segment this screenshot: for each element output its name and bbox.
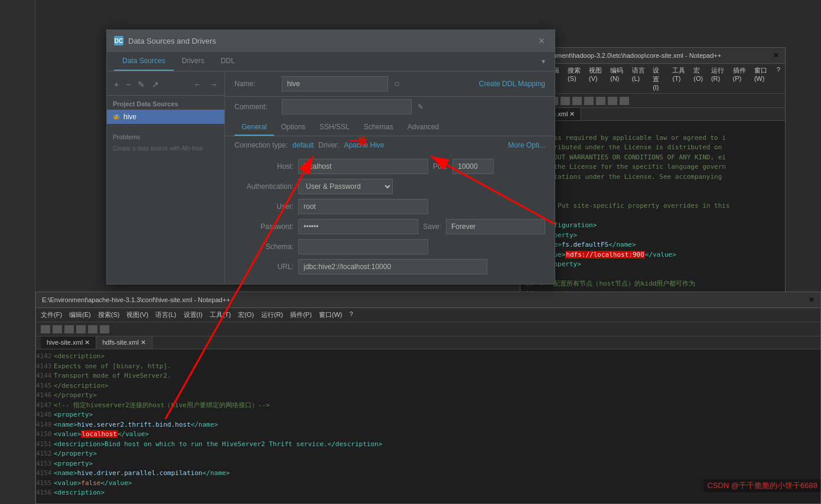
bottom-menu-window[interactable]: 窗口(W) <box>319 309 343 320</box>
bottom-menu-search[interactable]: 搜索(S) <box>98 309 120 320</box>
code-line: 4148 <property> <box>36 410 820 420</box>
bottom-menu-file[interactable]: 文件(F) <box>41 309 62 320</box>
code-line: 4151 <description>Bind host on which to … <box>36 440 820 450</box>
menu-macro-top[interactable]: 宏(O) <box>693 65 704 92</box>
bottom-menu-edit[interactable]: 编辑(E) <box>69 309 91 320</box>
sub-tab-options[interactable]: Options <box>274 119 312 136</box>
bottom-toolbar-5[interactable] <box>88 325 97 333</box>
bottom-menu-settings[interactable]: 设置(I) <box>184 309 203 320</box>
notepad-bottom-close[interactable]: ✕ <box>809 296 815 304</box>
toolbar-icon-9[interactable] <box>620 97 629 105</box>
host-port-row: Host: Port: <box>234 159 545 174</box>
menu-encode-top[interactable]: 编码(N) <box>610 65 625 92</box>
name-input[interactable] <box>282 76 388 91</box>
edit-button[interactable]: ✎ <box>135 78 147 90</box>
create-ddl-link[interactable]: Create DDL Mapping <box>479 80 545 88</box>
code-line: 22 <value>hdfs://localhost:900</value> <box>520 250 785 260</box>
tab-drivers[interactable]: Drivers <box>174 52 213 71</box>
back-button[interactable]: ← <box>191 78 204 90</box>
more-options-link[interactable]: More Opti... <box>508 141 545 149</box>
port-input[interactable] <box>452 159 494 174</box>
bottom-toolbar-4[interactable] <box>76 325 86 333</box>
bottom-toolbar-2[interactable] <box>53 325 62 333</box>
notepad-top-close[interactable]: ✕ <box>773 51 779 60</box>
toolbar-icon-5[interactable] <box>572 97 582 105</box>
comment-icon[interactable]: ✎ <box>418 103 423 111</box>
tab-dropdown[interactable]: ▾ <box>539 55 548 68</box>
comment-row: Comment: ✎ <box>225 97 555 117</box>
sub-tab-schemas[interactable]: Schemas <box>357 119 400 136</box>
menu-search-top[interactable]: 搜索(S) <box>568 65 582 92</box>
notepad-bottom-toolbar <box>36 322 820 336</box>
code-line: 4147<!-- 指定hiveserver2连接的host（hive用户要绑定的… <box>36 401 820 411</box>
bottom-menu-plugin[interactable]: 插件(P) <box>290 309 312 320</box>
project-section-label: Project Data Sources <box>107 96 224 110</box>
code-line: 21 <name>fs.defaultFS</name> <box>520 240 785 250</box>
toolbar-icon-4[interactable] <box>561 97 570 105</box>
tab-ddl[interactable]: DDL <box>213 52 243 71</box>
conn-type-label: Connection type: <box>234 141 288 149</box>
bottom-menu-run[interactable]: 运行(R) <box>261 309 283 320</box>
url-input[interactable] <box>298 259 487 274</box>
menu-tools-top[interactable]: 工具(T) <box>672 65 686 92</box>
problems-section-label: Problems <box>107 129 224 143</box>
menu-window-top[interactable]: 窗口(W) <box>754 65 770 92</box>
dialog-titlebar: DC Data Sources and Drivers ✕ <box>107 30 555 52</box>
dialog-close-button[interactable]: ✕ <box>536 35 548 47</box>
code-line: 4150 <value>localhost</value> <box>36 430 820 440</box>
form-section: Host: Port: Authentication: User & Passw… <box>225 154 555 284</box>
code-line: 23 </property> <box>520 260 785 270</box>
export-button[interactable]: ↗ <box>149 78 161 90</box>
name-test-icon[interactable]: ○ <box>394 78 400 89</box>
bottom-menu-view[interactable]: 视图(V) <box>126 309 148 320</box>
menu-view-top[interactable]: 视图(V) <box>589 65 603 92</box>
sub-tab-advanced[interactable]: Advanced <box>400 119 446 136</box>
auth-select[interactable]: User & Password <box>298 179 393 194</box>
user-input[interactable] <box>298 199 428 214</box>
bottom-toolbar-6[interactable] <box>100 325 109 333</box>
schema-input[interactable] <box>298 239 428 254</box>
datasource-item-hive[interactable]: 🐝 hive <box>107 110 224 124</box>
code-line: 4149 <name>hive.server2.thrift.bind.host… <box>36 420 820 430</box>
bottom-menu-lang[interactable]: 语言(L) <box>155 309 176 320</box>
toolbar-icon-8[interactable] <box>608 97 617 105</box>
code-line: 4143 Expects one of [binary, http]. <box>36 362 820 372</box>
comment-input[interactable] <box>282 99 412 114</box>
save-input[interactable] <box>446 219 545 234</box>
bottom-menu-tools[interactable]: 工具(T) <box>210 309 231 320</box>
code-line: 11 distributed under the License is dist… <box>520 143 785 153</box>
sub-tab-sshssl[interactable]: SSH/SSL <box>312 119 357 136</box>
code-line: 4153 <property> <box>36 459 820 469</box>
code-line: 20 <property> <box>520 231 785 241</box>
code-line: 4154 <name>hive.driver.parallel.compilat… <box>36 469 820 479</box>
remove-button[interactable]: − <box>123 78 133 90</box>
user-label: User: <box>234 202 294 211</box>
bottom-toolbar-3[interactable] <box>64 325 74 333</box>
code-line: 4142 <description> <box>36 352 820 362</box>
host-input[interactable] <box>298 159 428 174</box>
bottom-toolbar-1[interactable] <box>41 325 50 333</box>
toolbar-icon-6[interactable] <box>584 97 594 105</box>
sub-tabs: General Options SSH/SSL Schemas Advanced <box>225 119 555 136</box>
menu-plugin-top[interactable]: 插件(P) <box>733 65 747 92</box>
menu-lang-top[interactable]: 语言(L) <box>632 65 646 92</box>
driver-value[interactable]: Apache Hive <box>344 141 384 149</box>
toolbar-icon-7[interactable] <box>596 97 605 105</box>
tab-hive-site[interactable]: hive-site.xml ✕ <box>41 336 96 349</box>
menu-run-top[interactable]: 运行(R) <box>711 65 726 92</box>
notepad-top-toolbar <box>520 94 785 108</box>
name-label: Name: <box>234 80 276 88</box>
password-input[interactable] <box>298 219 418 234</box>
tab-hdfs-site[interactable]: hdfs-site.xml ✕ <box>96 336 152 349</box>
tab-data-sources[interactable]: Data Sources <box>114 52 174 71</box>
menu-settings-top[interactable]: 设置(I) <box>653 65 665 92</box>
bottom-menu-macro[interactable]: 宏(O) <box>238 309 254 320</box>
forward-button[interactable]: → <box>207 78 220 90</box>
user-row: User: <box>234 199 545 214</box>
sub-tab-general[interactable]: General <box>234 119 274 136</box>
code-line: 4144 Transport mode of HiveServer2. <box>36 371 820 381</box>
conn-type-value[interactable]: default <box>292 141 314 149</box>
add-button[interactable]: + <box>112 78 121 90</box>
bottom-menu-help[interactable]: ? <box>350 309 353 320</box>
menu-help-top[interactable]: ? <box>777 65 780 92</box>
